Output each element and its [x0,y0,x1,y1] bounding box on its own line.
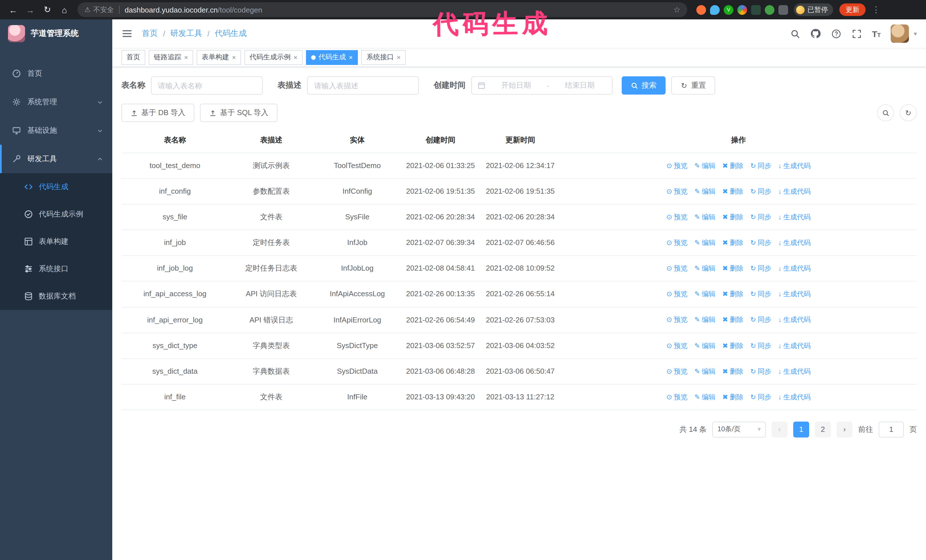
table-desc-input[interactable] [307,76,419,95]
breadcrumb-devtools[interactable]: 研发工具 [170,29,202,39]
edit-link[interactable]: ✎编辑 [694,211,716,223]
extension-icon-1[interactable] [696,5,706,15]
sync-link[interactable]: ↻同步 [750,237,771,249]
sidebar-item-infra[interactable]: 基础设施 [0,116,112,145]
sync-link[interactable]: ↻同步 [750,391,771,403]
sync-link[interactable]: ↻同步 [750,288,771,300]
preview-link[interactable]: ⊙预览 [666,288,687,300]
tag-codegen-example[interactable]: 代码生成示例 × [244,50,303,65]
generate-code-link[interactable]: ↓生成代码 [778,263,811,274]
goto-page-input[interactable] [879,421,904,438]
fullscreen-icon[interactable] [851,29,862,39]
hamburger-icon[interactable] [121,28,133,39]
sidebar-item-home[interactable]: 首页 [0,59,112,88]
edit-link[interactable]: ✎编辑 [694,340,716,352]
preview-link[interactable]: ⊙预览 [666,340,687,352]
user-avatar[interactable] [891,24,909,43]
date-range-picker[interactable]: 开始日期 - 结束日期 [471,76,613,95]
edit-link[interactable]: ✎编辑 [694,288,716,300]
tag-form-builder[interactable]: 表单构建 × [197,50,241,65]
delete-link[interactable]: ✖删除 [722,237,743,249]
generate-code-link[interactable]: ↓生成代码 [778,340,811,352]
sidebar-item-codegen-example[interactable]: 代码生成示例 [0,201,112,228]
delete-link[interactable]: ✖删除 [722,365,743,377]
sidebar-item-devtools[interactable]: 研发工具 [0,145,112,173]
generate-code-link[interactable]: ↓生成代码 [778,186,811,198]
breadcrumb-home[interactable]: 首页 [142,29,158,39]
browser-menu-icon[interactable]: ⋮ [872,5,881,15]
sync-link[interactable]: ↻同步 [750,314,771,326]
edit-link[interactable]: ✎编辑 [694,186,716,198]
prev-page-button[interactable]: ‹ [772,421,788,438]
delete-link[interactable]: ✖删除 [722,288,743,300]
close-icon[interactable]: × [396,53,401,61]
browser-home-icon[interactable]: ⌂ [57,2,72,17]
preview-link[interactable]: ⊙预览 [666,391,687,403]
github-icon[interactable] [810,29,820,39]
delete-link[interactable]: ✖删除 [722,160,743,172]
extension-icon-5[interactable] [751,5,761,15]
delete-link[interactable]: ✖删除 [722,391,743,403]
delete-link[interactable]: ✖删除 [722,211,743,223]
paused-badge[interactable]: 已暂停 [794,3,833,16]
chrome-update-button[interactable]: 更新 [840,3,865,16]
preview-link[interactable]: ⊙预览 [666,365,687,377]
preview-link[interactable]: ⊙预览 [666,211,687,223]
close-icon[interactable]: × [232,53,236,61]
bookmark-star-icon[interactable]: ☆ [673,5,680,14]
browser-forward-icon[interactable]: → [23,2,38,17]
sidebar-item-db-doc[interactable]: 数据库文档 [0,282,112,310]
delete-link[interactable]: ✖删除 [722,263,743,274]
import-sql-button[interactable]: 基于 SQL 导入 [200,104,278,122]
sidebar-item-api[interactable]: 系统接口 [0,255,112,282]
edit-link[interactable]: ✎编辑 [694,314,716,326]
extension-icon-3[interactable]: V [724,5,733,15]
font-size-icon[interactable]: TT [872,29,881,38]
search-button[interactable]: 搜索 [622,76,666,95]
generate-code-link[interactable]: ↓生成代码 [778,314,811,326]
tag-codegen[interactable]: 代码生成 × [306,50,358,65]
extension-icon-6[interactable] [765,5,775,15]
edit-link[interactable]: ✎编辑 [694,391,716,403]
close-icon[interactable]: × [349,53,353,61]
extension-puzzle-icon[interactable] [778,5,788,15]
preview-link[interactable]: ⊙预览 [666,314,687,326]
browser-reload-icon[interactable]: ↻ [40,2,55,17]
sidebar-item-system[interactable]: 系统管理 [0,88,112,116]
page-size-select[interactable]: 10条/页 ▾ [712,421,766,438]
delete-link[interactable]: ✖删除 [722,314,743,326]
close-icon[interactable]: × [184,53,188,61]
import-db-button[interactable]: 基于 DB 导入 [121,104,195,122]
sidebar-logo[interactable]: 芋道管理系统 [0,20,112,48]
refresh-table-button[interactable]: ↻ [900,104,917,121]
edit-link[interactable]: ✎编辑 [694,160,716,172]
page-button-1[interactable]: 1 [793,421,809,438]
tag-tracer[interactable]: 链路追踪 × [149,50,193,65]
edit-link[interactable]: ✎编辑 [694,263,716,274]
sync-link[interactable]: ↻同步 [750,211,771,223]
extension-icon-4[interactable] [737,5,747,15]
sidebar-item-codegen[interactable]: 代码生成 [0,173,112,201]
edit-link[interactable]: ✎编辑 [694,365,716,377]
tag-home[interactable]: 首页 [121,50,145,65]
toggle-search-button[interactable] [877,104,894,121]
next-page-button[interactable]: › [837,421,852,438]
generate-code-link[interactable]: ↓生成代码 [778,160,811,172]
reset-button[interactable]: ↻ 重置 [671,76,715,95]
preview-link[interactable]: ⊙预览 [666,237,687,249]
delete-link[interactable]: ✖删除 [722,340,743,352]
preview-link[interactable]: ⊙预览 [666,186,687,198]
generate-code-link[interactable]: ↓生成代码 [778,237,811,249]
sync-link[interactable]: ↻同步 [750,263,771,274]
tag-api[interactable]: 系统接口 × [361,50,406,65]
generate-code-link[interactable]: ↓生成代码 [778,288,811,300]
avatar-caret-icon[interactable]: ▾ [914,30,917,37]
browser-back-icon[interactable]: ← [6,2,21,17]
edit-link[interactable]: ✎编辑 [694,237,716,249]
preview-link[interactable]: ⊙预览 [666,160,687,172]
generate-code-link[interactable]: ↓生成代码 [778,211,811,223]
generate-code-link[interactable]: ↓生成代码 [778,391,811,403]
help-icon[interactable] [831,29,841,39]
sidebar-item-form-builder[interactable]: 表单构建 [0,228,112,255]
sync-link[interactable]: ↻同步 [750,340,771,352]
